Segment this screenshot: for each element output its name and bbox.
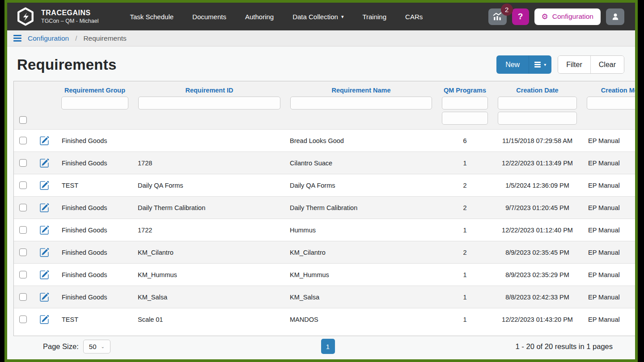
edit-icon[interactable] (39, 158, 49, 168)
results-summary: 1 - 20 of 20 results in 1 pages (335, 342, 613, 351)
row-checkbox[interactable] (19, 159, 27, 167)
edit-icon[interactable] (39, 292, 49, 302)
chevron-down-icon: ▾ (544, 62, 546, 67)
nav-items: Task Schedule Documents Authoring Data C… (130, 13, 488, 21)
filter-input-creation-date-to[interactable] (498, 112, 577, 125)
edit-icon[interactable] (39, 270, 49, 280)
edit-icon[interactable] (39, 248, 49, 257)
table-row: Finished Goods Bread Looks Good 6 11/15/… (14, 129, 635, 152)
user-button[interactable] (606, 8, 624, 25)
cell-qm-programs: 1 (437, 227, 493, 234)
cell-requirement-name: Bread Looks Good (285, 137, 437, 144)
nav-item-documents[interactable]: Documents (192, 13, 226, 21)
edit-icon[interactable] (39, 225, 49, 235)
cell-creation-method: EP Manual (582, 294, 635, 301)
cell-qm-programs: 2 (437, 204, 493, 211)
cell-creation-method: EP Manual (582, 137, 635, 144)
cell-requirement-group: Finished Goods (56, 271, 133, 278)
cell-qm-programs: 2 (437, 249, 493, 256)
cell-creation-date: 12/22/2023 01:13:49 PM (493, 160, 582, 167)
new-split-button: New ▾ (496, 55, 551, 74)
app-window: TRACEGAINS TGCon – QM - Michael Task Sch… (4, 0, 638, 362)
configuration-label: Configuration (552, 13, 593, 21)
cell-creation-method: EP Manual (582, 271, 635, 278)
select-all-checkbox[interactable] (19, 116, 27, 124)
notification-badge[interactable]: 2 (501, 4, 513, 16)
title-bar: Requirements New ▾ Filter Clear (7, 46, 635, 81)
edit-icon[interactable] (39, 315, 49, 324)
configuration-button[interactable]: ⚙ Configuration (534, 8, 601, 25)
cell-requirement-id: KM_Cilantro (133, 249, 285, 256)
filter-input-requirement-id[interactable] (138, 97, 280, 109)
new-dropdown-button[interactable]: ▾ (529, 55, 551, 74)
cell-requirement-group: Finished Goods (56, 204, 133, 211)
new-button[interactable]: New (496, 55, 529, 74)
table-row: Finished Goods Daily Therm Calibration D… (14, 196, 635, 219)
user-icon (611, 12, 620, 21)
edit-icon[interactable] (39, 136, 49, 146)
menu-icon[interactable] (13, 35, 21, 42)
page-size-select[interactable]: 50 ⌄ (83, 340, 110, 354)
cell-requirement-id: 1722 (133, 227, 285, 234)
pager: Page Size: 50 ⌄ 1 1 - 20 of 20 results i… (7, 336, 635, 359)
clear-button[interactable]: Clear (590, 56, 624, 73)
menu-lines-icon (534, 62, 541, 67)
nav-item-task-schedule[interactable]: Task Schedule (130, 13, 174, 21)
brand-subtitle: TGCon – QM - Michael (41, 18, 99, 24)
cell-requirement-name: Cilantro Suace (285, 160, 437, 167)
nav-item-authoring[interactable]: Authoring (245, 13, 274, 21)
requirements-grid: Requirement Group Requirement ID Require… (13, 81, 635, 336)
bar-chart-icon (492, 12, 502, 21)
table-body: Finished Goods Bread Looks Good 6 11/15/… (14, 129, 635, 330)
cell-requirement-group: TEST (56, 316, 133, 323)
help-button[interactable]: ? (512, 8, 529, 25)
filter-input-creation-method[interactable] (587, 97, 635, 109)
page-size-label: Page Size: (43, 342, 79, 351)
column-header-requirement-id: Requirement ID (185, 87, 233, 94)
cell-requirement-name: MANDOS (285, 316, 437, 323)
row-checkbox[interactable] (19, 248, 27, 256)
nav-item-training[interactable]: Training (362, 13, 386, 21)
table-row: Finished Goods KM_Hummus KM_Hummus 1 8/9… (14, 263, 635, 286)
page-size-control: Page Size: 50 ⌄ (43, 340, 321, 354)
nav-item-cars[interactable]: CARs (405, 13, 423, 21)
edit-icon[interactable] (39, 181, 49, 190)
filter-input-creation-date-from[interactable] (498, 97, 577, 109)
cell-requirement-group: Finished Goods (56, 137, 133, 144)
cell-requirement-name: KM_Cilantro (285, 249, 437, 256)
filter-input-qm-programs-to[interactable] (442, 112, 488, 125)
row-checkbox[interactable] (19, 137, 27, 144)
nav-item-data-collection[interactable]: Data Collection ▾ (292, 13, 343, 21)
row-checkbox[interactable] (19, 226, 27, 234)
row-checkbox[interactable] (19, 271, 27, 278)
breadcrumb-configuration-link[interactable]: Configuration (28, 34, 69, 42)
column-header-creation-method: Creation Method (601, 87, 635, 94)
row-checkbox[interactable] (19, 181, 27, 189)
cell-qm-programs: 1 (437, 160, 493, 167)
cell-qm-programs: 1 (437, 294, 493, 301)
cell-requirement-group: Finished Goods (56, 294, 133, 301)
filter-input-qm-programs-from[interactable] (442, 97, 488, 109)
brand-text: TRACEGAINS TGCon – QM - Michael (41, 9, 99, 24)
row-checkbox[interactable] (19, 316, 27, 323)
page-1-button[interactable]: 1 (321, 339, 335, 354)
nav-right-controls: 2 ? ⚙ Configuration (488, 8, 624, 25)
filter-input-requirement-group[interactable] (61, 97, 128, 109)
top-navbar: TRACEGAINS TGCon – QM - Michael Task Sch… (7, 3, 635, 30)
edit-icon[interactable] (39, 203, 49, 213)
cell-requirement-id: Scale 01 (133, 316, 285, 323)
column-header-creation-date: Creation Date (516, 87, 558, 94)
filter-button[interactable]: Filter (558, 56, 590, 73)
filter-input-requirement-name[interactable] (290, 97, 432, 109)
brand[interactable]: TRACEGAINS TGCon – QM - Michael (16, 7, 99, 26)
toolbar: New ▾ Filter Clear (496, 55, 624, 74)
row-checkbox[interactable] (19, 293, 27, 301)
cell-requirement-name: Hummus (285, 227, 437, 234)
table-row: Finished Goods 1722 Hummus 1 12/22/2023 … (14, 219, 635, 241)
cell-requirement-id: Daily Therm Calibration (133, 204, 285, 211)
cell-qm-programs: 6 (437, 137, 493, 144)
grid-header: Requirement Group Requirement ID Require… (14, 81, 635, 129)
row-checkbox[interactable] (19, 204, 27, 211)
cell-creation-method: EP Manual (582, 316, 635, 323)
chevron-down-icon: ▾ (341, 14, 344, 20)
